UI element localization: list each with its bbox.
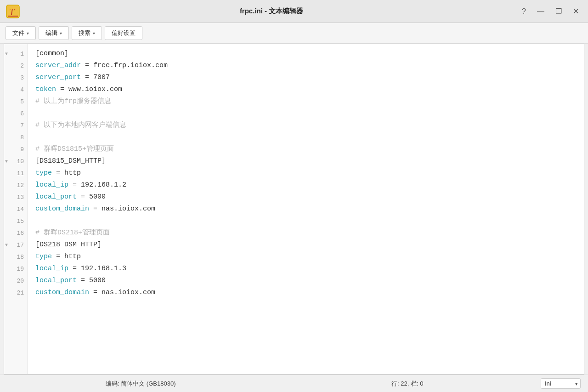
kv-key: custom_domain xyxy=(35,203,89,215)
file-menu-arrow: ▾ xyxy=(27,31,29,36)
section-tag: [DS218_DSM_HTTP] xyxy=(35,239,102,251)
kv-eq-val: = nas.ioiox.com xyxy=(89,287,155,299)
line-number: 13 xyxy=(4,191,28,203)
filetype-select[interactable]: Ini Plain Text Python JSON xyxy=(541,378,581,389)
code-line: type = http xyxy=(35,251,584,263)
kv-eq-val: = 192.168.1.3 xyxy=(68,263,126,275)
line-number: 8 xyxy=(4,131,28,143)
line-number: 14 xyxy=(4,203,28,215)
kv-key: server_addr xyxy=(35,60,81,72)
code-line xyxy=(35,215,584,227)
line-number: 11 xyxy=(4,167,28,179)
kv-eq-val: = www.ioiox.com xyxy=(56,84,122,96)
code-line: type = http xyxy=(35,167,584,179)
code-line xyxy=(35,131,584,143)
app-icon: T xyxy=(6,4,20,19)
close-button[interactable]: ✕ xyxy=(569,6,582,17)
kv-key: token xyxy=(35,84,56,96)
fold-arrow[interactable]: ▼ xyxy=(5,51,8,57)
window-title: frpc.ini - 文本编辑器 xyxy=(25,7,518,16)
maximize-button[interactable]: ❐ xyxy=(552,6,565,17)
line-number: ▼17 xyxy=(4,239,28,251)
line-number: 15 xyxy=(4,215,28,227)
line-number: 7 xyxy=(4,119,28,131)
kv-key: server_port xyxy=(35,72,81,84)
comment-text: # 以下为本地内网客户端信息 xyxy=(35,119,126,131)
fold-arrow[interactable]: ▼ xyxy=(5,243,8,248)
kv-eq-val: = 5000 xyxy=(77,275,106,287)
code-line: local_ip = 192.168.1.3 xyxy=(35,263,584,275)
line-number: 21 xyxy=(4,287,28,299)
search-menu[interactable]: 搜索 ▾ xyxy=(72,26,102,40)
line-number: 5 xyxy=(4,96,28,108)
line-number: 20 xyxy=(4,275,28,287)
line-number: 9 xyxy=(4,143,28,155)
kv-eq-val: = nas.ioiox.com xyxy=(89,203,155,215)
menu-bar: 文件 ▾ 编辑 ▾ 搜索 ▾ 偏好设置 xyxy=(0,23,588,44)
line-number: 19 xyxy=(4,263,28,275)
kv-eq-val: = http xyxy=(52,251,81,263)
code-area[interactable]: [common]server_addr = free.frp.ioiox.com… xyxy=(28,44,584,374)
kv-eq-val: = http xyxy=(52,167,81,179)
preferences-menu[interactable]: 偏好设置 xyxy=(105,26,142,40)
comment-text: # 群晖DS218+管理页面 xyxy=(35,227,110,239)
line-number: 2 xyxy=(4,60,28,72)
line-number: 18 xyxy=(4,251,28,263)
search-menu-arrow: ▾ xyxy=(93,31,95,36)
kv-key: local_port xyxy=(35,275,77,287)
status-encoding: 编码: 简体中文 (GB18030) xyxy=(7,380,274,388)
kv-key: local_ip xyxy=(35,263,68,275)
comment-text: # 以上为frp服务器信息 xyxy=(35,96,111,108)
help-button[interactable]: ? xyxy=(518,6,530,17)
line-number: ▼10 xyxy=(4,155,28,167)
kv-key: local_ip xyxy=(35,179,68,191)
code-line: [common] xyxy=(35,48,584,60)
code-line: local_ip = 192.168.1.2 xyxy=(35,179,584,191)
kv-key: local_port xyxy=(35,191,77,203)
code-line: token = www.ioiox.com xyxy=(35,84,584,96)
title-bar: T frpc.ini - 文本编辑器 ? — ❐ ✕ xyxy=(0,0,588,23)
code-line: # 以上为frp服务器信息 xyxy=(35,96,584,108)
editor-body[interactable]: ▼123456789▼10111213141516▼1718192021 [co… xyxy=(4,44,584,374)
section-tag: [common] xyxy=(35,48,68,60)
code-line: [DS1815_DSM_HTTP] xyxy=(35,155,584,167)
status-filetype: Ini Plain Text Python JSON ▾ xyxy=(541,378,581,389)
section-tag: [DS1815_DSM_HTTP] xyxy=(35,155,106,167)
code-line: local_port = 5000 xyxy=(35,275,584,287)
line-number: 4 xyxy=(4,84,28,96)
kv-eq-val: = 5000 xyxy=(77,191,106,203)
kv-eq-val: = free.frp.ioiox.com xyxy=(81,60,168,72)
kv-key: type xyxy=(35,251,52,263)
file-menu[interactable]: 文件 ▾ xyxy=(6,26,36,40)
line-number: ▼1 xyxy=(4,48,28,60)
status-bar: 编码: 简体中文 (GB18030) 行: 22, 栏: 0 Ini Plain… xyxy=(0,375,588,392)
code-line: # 群晖DS218+管理页面 xyxy=(35,227,584,239)
edit-menu-arrow: ▾ xyxy=(60,31,62,36)
minimize-button[interactable]: — xyxy=(533,6,548,17)
line-number: 6 xyxy=(4,108,28,119)
code-line: [DS218_DSM_HTTP] xyxy=(35,239,584,251)
kv-eq-val: = 7007 xyxy=(81,72,110,84)
comment-text: # 群晖DS1815+管理页面 xyxy=(35,143,114,155)
status-position: 行: 22, 栏: 0 xyxy=(274,380,541,388)
code-line: server_port = 7007 xyxy=(35,72,584,84)
window-controls: ? — ❐ ✕ xyxy=(518,6,582,17)
code-line: # 以下为本地内网客户端信息 xyxy=(35,119,584,131)
kv-key: type xyxy=(35,167,52,179)
code-line xyxy=(35,108,584,119)
line-number: 12 xyxy=(4,179,28,191)
filetype-select-wrapper[interactable]: Ini Plain Text Python JSON ▾ xyxy=(541,378,581,389)
editor-container: ▼123456789▼10111213141516▼1718192021 [co… xyxy=(4,44,584,375)
line-numbers: ▼123456789▼10111213141516▼1718192021 xyxy=(4,44,28,374)
code-line: # 群晖DS1815+管理页面 xyxy=(35,143,584,155)
fold-arrow[interactable]: ▼ xyxy=(5,159,8,164)
edit-menu[interactable]: 编辑 ▾ xyxy=(39,26,69,40)
code-line: custom_domain = nas.ioiox.com xyxy=(35,287,584,299)
code-line: server_addr = free.frp.ioiox.com xyxy=(35,60,584,72)
code-line: custom_domain = nas.ioiox.com xyxy=(35,203,584,215)
svg-text:T: T xyxy=(9,7,15,17)
kv-key: custom_domain xyxy=(35,287,89,299)
kv-eq-val: = 192.168.1.2 xyxy=(68,179,126,191)
line-number: 3 xyxy=(4,72,28,84)
code-line: local_port = 5000 xyxy=(35,191,584,203)
